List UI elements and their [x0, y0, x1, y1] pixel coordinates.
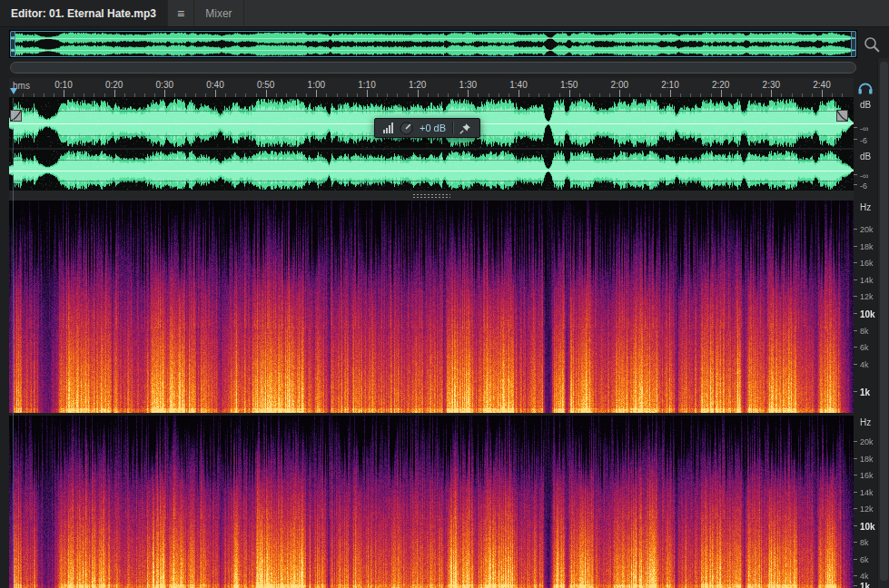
ruler-tick [832, 93, 833, 97]
frequency-tick-label: 10k [860, 522, 875, 532]
ruler-tick [276, 93, 277, 97]
navigator-handle-right[interactable] [851, 31, 856, 57]
frequency-tick [854, 347, 857, 348]
ruler-tick [812, 93, 813, 97]
ruler-tick [700, 93, 701, 97]
pin-icon [459, 122, 471, 134]
ruler-tick [44, 93, 44, 97]
ruler-tick [559, 93, 560, 97]
spectrogram-canvas-right[interactable] [9, 416, 854, 588]
zoom-navigator-button[interactable] [861, 33, 883, 56]
ruler-tick [792, 93, 793, 97]
ruler-tick [94, 93, 94, 97]
frequency-tick [854, 585, 857, 586]
ruler-tick [64, 90, 64, 97]
ruler-tick [266, 90, 267, 97]
frequency-unit-label: Hz [860, 202, 871, 212]
frequency-tick-label: 4k [860, 360, 869, 369]
amplitude-tick [854, 174, 857, 175]
tab-editor[interactable]: Editor: 01. Eternal Hate.mp3 [0, 0, 168, 26]
frequency-tick [854, 525, 857, 526]
amplitude-tick [854, 139, 857, 140]
pin-button[interactable] [459, 122, 471, 134]
amplitude-tick [854, 127, 857, 128]
frequency-tick [854, 391, 857, 392]
playhead-marker[interactable] [10, 88, 17, 94]
amplitude-unit-label: dB [860, 152, 871, 162]
navigator-handle-left[interactable] [10, 31, 15, 57]
ruler-tick [519, 90, 519, 97]
ruler-tick [589, 93, 590, 97]
ruler-tick [781, 93, 782, 97]
tab-mixer[interactable]: Mixer [194, 0, 243, 26]
timeline-ruler[interactable]: hms 0:100:200:300:400:501:001:101:201:30… [9, 78, 854, 98]
vertical-scrollbar[interactable] [877, 58, 889, 588]
ruler-tick [771, 90, 772, 97]
frequency-tick [854, 542, 857, 543]
ruler-time-label: 1:50 [560, 80, 578, 90]
ruler-time-label: 2:10 [661, 80, 678, 90]
panel-tab-bar: Editor: 01. Eternal Hate.mp3 ≡ Mixer [0, 0, 889, 27]
ruler-time-label: 1:40 [509, 80, 527, 90]
tab-editor-label: Editor: 01. Eternal Hate.mp3 [11, 7, 156, 20]
amplitude-tick-label: -∞ [860, 124, 868, 133]
ruler-tick [154, 93, 155, 97]
amplitude-scale-left: dB -∞-6 [854, 98, 877, 148]
ruler-tick [347, 93, 348, 97]
ruler-tick [316, 90, 317, 97]
ruler-tick [418, 90, 419, 97]
ruler-tick [124, 93, 125, 97]
frequency-tick-label: 16k [860, 471, 874, 480]
ruler-tick [680, 93, 681, 97]
waveform-channel-right[interactable] [9, 150, 854, 191]
frequency-tick-label: 4k [860, 572, 869, 581]
headphones-icon [857, 81, 874, 95]
vscroll-thumb[interactable] [880, 62, 888, 581]
spectral-channel-right[interactable] [9, 416, 854, 588]
frequency-unit-label: Hz [860, 417, 871, 427]
gain-knob[interactable] [400, 122, 413, 135]
frequency-tick-label: 20k [860, 225, 874, 234]
frequency-tick-label: 8k [860, 327, 869, 336]
channel-splitter[interactable] [9, 191, 854, 201]
frequency-tick-label: 8k [860, 538, 869, 547]
frequency-scale-left: Hz 20k18k16k14k12k10k8k6k4k1k [854, 201, 877, 413]
ruler-time-label: 1:10 [358, 80, 375, 90]
ruler-tick [326, 93, 327, 97]
ruler-tick [195, 93, 196, 97]
gain-value: +0 dB [420, 122, 446, 133]
ruler-tick [711, 93, 712, 97]
hscroll-thumb[interactable] [10, 62, 856, 74]
frequency-tick-label: 14k [860, 276, 874, 285]
overview-waveform-canvas[interactable] [10, 31, 856, 57]
hud-divider [452, 122, 453, 134]
frequency-tick [854, 246, 857, 247]
ruler-tick [428, 93, 429, 97]
overview-navigator[interactable] [9, 30, 857, 58]
splitter-grip[interactable] [412, 193, 450, 199]
ruler-time-label: 1:20 [409, 80, 426, 90]
amplitude-tick [854, 184, 857, 185]
frequency-tick-label: 10k [860, 309, 875, 319]
frequency-tick-label: 6k [860, 343, 869, 352]
ruler-tick [54, 93, 54, 97]
spectral-channel-left[interactable] [9, 201, 854, 413]
ruler-tick [690, 93, 691, 97]
horizontal-zoom-scrollbar[interactable] [9, 58, 857, 78]
ruler-tick [438, 93, 439, 97]
spectrogram-canvas-left[interactable] [9, 201, 854, 413]
ruler-tick [205, 93, 206, 97]
amplitude-tick-label: -∞ [860, 172, 868, 181]
frequency-tick [854, 229, 857, 230]
ruler-tick [579, 93, 580, 97]
amplitude-unit-label: dB [860, 100, 871, 110]
ruler-tick [245, 93, 246, 97]
fade-out-handle[interactable] [836, 109, 848, 121]
monitor-button[interactable] [854, 78, 876, 98]
ruler-tick [528, 93, 529, 97]
waveform-canvas-right[interactable] [9, 150, 854, 191]
ruler-time-label: 1:30 [459, 80, 477, 90]
panel-menu-icon[interactable]: ≡ [168, 0, 194, 26]
frequency-tick [854, 313, 857, 314]
fade-in-handle[interactable] [10, 109, 22, 121]
